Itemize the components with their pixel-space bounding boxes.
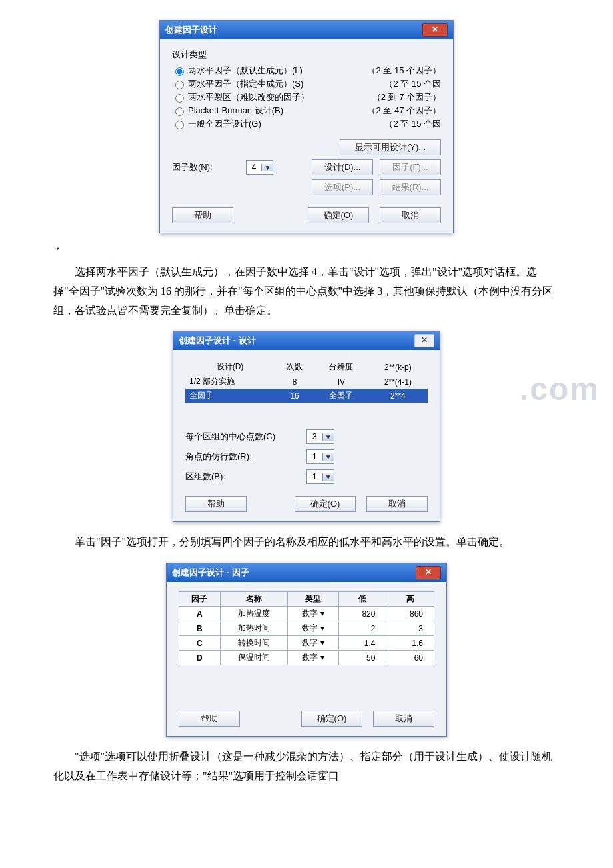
chevron-down-icon[interactable]: ▼: [261, 164, 273, 171]
col-resolution: 分辨度: [314, 359, 368, 375]
corner-reps-select[interactable]: 1 ▼: [306, 449, 334, 464]
close-icon[interactable]: ✕: [416, 566, 441, 579]
factor-count-label: 因子数(N):: [172, 161, 213, 173]
dialog-title: 创建因子设计: [165, 24, 217, 36]
ok-button[interactable]: 确定(O): [295, 496, 356, 512]
factor-count-select[interactable]: 4 ▼: [246, 160, 274, 175]
factor-table[interactable]: 因子 名称 类型 低 高 A 加热温度 数字 ▾ 820 860 B 加热时间: [179, 591, 434, 665]
radio-row[interactable]: 一般全因子设计(G) （2 至 15 个因: [172, 118, 441, 130]
corner-reps-label: 角点的仿行数(R):: [185, 451, 299, 463]
factor-count-value: 4: [247, 163, 262, 172]
col-low: 低: [338, 592, 386, 607]
dialog-title: 创建因子设计 - 因子: [172, 567, 249, 579]
col-name: 名称: [220, 592, 287, 607]
design-button[interactable]: 设计(D)...: [312, 159, 373, 175]
radio-range: （2 至 47 个因子）: [367, 105, 441, 117]
factor-button[interactable]: 因子(F)...: [380, 159, 441, 175]
show-available-button[interactable]: 显示可用设计(Y)...: [340, 139, 441, 155]
dialog-titlebar: 创建因子设计 ✕: [160, 21, 453, 39]
radio-row[interactable]: 两水平裂区（难以改变的因子） （2 到 7 个因子）: [172, 91, 441, 103]
results-button[interactable]: 结果(R)...: [380, 179, 441, 195]
cancel-button[interactable]: 取消: [380, 207, 441, 223]
radio-range: （2 至 15 个因子）: [367, 65, 441, 77]
cancel-button[interactable]: 取消: [366, 496, 428, 512]
design-list-table[interactable]: 设计(D) 次数 分辨度 2**(k-p) 1/2 部分实施 8 IV 2**(…: [185, 359, 428, 424]
chevron-down-icon: ▾: [320, 609, 324, 618]
chevron-down-icon: ▾: [320, 623, 324, 633]
col-kp: 2**(k-p): [368, 359, 428, 375]
chevron-down-icon: ▾: [320, 653, 324, 662]
dialog-titlebar: 创建因子设计 - 设计 ✕: [173, 331, 440, 350]
close-icon[interactable]: ✕: [422, 23, 448, 37]
blocks-label: 区组数(B):: [185, 471, 299, 483]
create-factor-design-factor-dialog: 创建因子设计 - 因子 ✕ 因子 名称 类型 低 高 A 加热温度 数字 ▾ 8…: [166, 563, 447, 737]
col-high: 高: [386, 592, 434, 607]
paragraph: 选择两水平因子（默认生成元），在因子数中选择 4，单击"设计"选项，弹出"设计"…: [53, 263, 560, 320]
radio-two-level-specified[interactable]: [175, 81, 184, 89]
chevron-down-icon[interactable]: ▼: [322, 473, 334, 481]
ok-button[interactable]: 确定(O): [308, 207, 369, 223]
radio-range: （2 至 15 个因: [384, 78, 441, 90]
paragraph: "选项"选项可以使用折叠设计（这是一种减少混杂的方法）、指定部分（用于设计生成）…: [53, 747, 560, 786]
radio-range: （2 到 7 个因子）: [372, 91, 441, 103]
dialog-titlebar: 创建因子设计 - 因子 ✕: [167, 563, 446, 582]
options-button[interactable]: 选项(P)...: [312, 179, 373, 195]
blocks-select[interactable]: 1 ▼: [306, 469, 334, 484]
radio-label: 两水平因子（默认生成元）(L): [188, 65, 303, 77]
cancel-button[interactable]: 取消: [373, 711, 434, 727]
radio-two-level-default[interactable]: [175, 67, 184, 76]
radio-row[interactable]: 两水平因子（指定生成元）(S) （2 至 15 个因: [172, 78, 441, 90]
radio-label: 两水平因子（指定生成元）(S): [188, 78, 303, 90]
ok-button[interactable]: 确定(O): [301, 711, 362, 727]
paragraph: 单击"因子"选项打开，分别填写四个因子的名称及相应的低水平和高水平的设置。单击确…: [53, 533, 560, 552]
chevron-down-icon[interactable]: ▼: [322, 453, 334, 461]
create-factor-design-design-dialog: 创建因子设计 - 设计 ✕ 设计(D) 次数 分辨度 2**(k-p) 1/2 …: [173, 331, 440, 522]
table-row[interactable]: B 加热时间 数字 ▾ 2 3: [179, 621, 434, 636]
radio-label: 一般全因子设计(G): [188, 118, 261, 130]
dialog-title: 创建因子设计 - 设计: [179, 335, 256, 347]
table-row-selected[interactable]: 全因子 16 全因子 2**4: [185, 389, 428, 403]
help-button[interactable]: 帮助: [172, 207, 233, 223]
col-design: 设计(D): [185, 359, 275, 375]
radio-range: （2 至 15 个因: [384, 118, 441, 130]
close-icon[interactable]: ✕: [414, 334, 434, 347]
radio-split-plot[interactable]: [175, 94, 184, 103]
chevron-down-icon[interactable]: ▼: [322, 433, 334, 441]
help-button[interactable]: 帮助: [179, 711, 240, 727]
help-button[interactable]: 帮助: [185, 496, 247, 512]
radio-plackett-burman[interactable]: [175, 107, 184, 116]
radio-general-full[interactable]: [175, 121, 184, 129]
design-type-label: 设计类型: [172, 49, 441, 61]
create-factor-design-dialog: 创建因子设计 ✕ 设计类型 两水平因子（默认生成元）(L) （2 至 15 个因…: [159, 20, 454, 233]
radio-label: Plackett-Burman 设计(B): [188, 105, 283, 117]
table-row[interactable]: A 加热温度 数字 ▾ 820 860: [179, 607, 434, 621]
col-runs: 次数: [275, 359, 314, 375]
table-row[interactable]: 1/2 部分实施 8 IV 2**(4-1): [185, 375, 428, 389]
watermark: .com: [520, 371, 600, 407]
radio-label: 两水平裂区（难以改变的因子）: [188, 91, 309, 103]
table-row[interactable]: C 转换时间 数字 ▾ 1.4 1.6: [179, 636, 434, 651]
col-type: 类型: [287, 592, 338, 607]
radio-row[interactable]: 两水平因子（默认生成元）(L) （2 至 15 个因子）: [172, 65, 441, 77]
center-points-select[interactable]: 3 ▼: [306, 429, 334, 444]
radio-row[interactable]: Plackett-Burman 设计(B) （2 至 47 个因子）: [172, 105, 441, 117]
chevron-down-icon: ▾: [320, 638, 324, 647]
center-points-label: 每个区组的中心点数(C):: [185, 431, 299, 443]
col-factor: 因子: [179, 592, 221, 607]
table-row[interactable]: D 保温时间 数字 ▾ 50 60: [179, 651, 434, 665]
